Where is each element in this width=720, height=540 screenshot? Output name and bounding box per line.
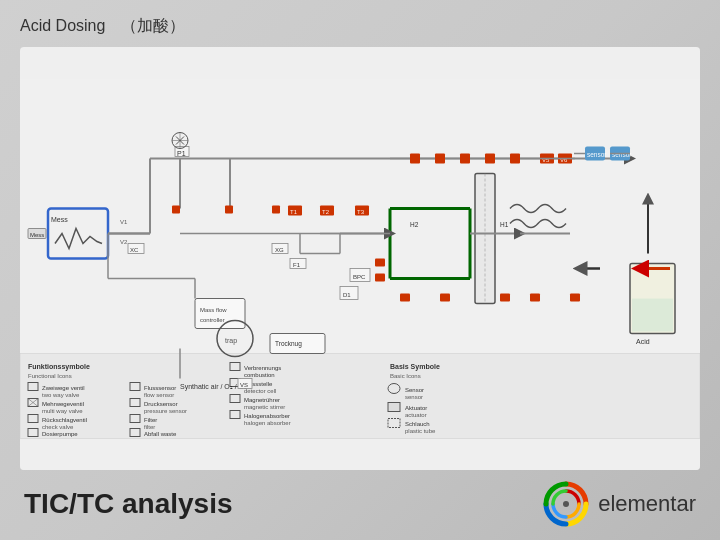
page-container: Acid Dosing （加酸）	[0, 0, 720, 540]
svg-text:Halogenabsorber: Halogenabsorber	[244, 413, 290, 419]
svg-text:Dosierpumpe: Dosierpumpe	[42, 431, 78, 437]
svg-rect-110	[530, 294, 540, 302]
svg-text:Funktionssymbole: Funktionssymbole	[28, 363, 90, 371]
diagram-inner: Funktionssymbole Functional Icons Zweiwe…	[20, 47, 700, 470]
svg-text:V5: V5	[542, 157, 550, 163]
svg-text:Basis Symbole: Basis Symbole	[390, 363, 440, 371]
svg-rect-109	[500, 294, 510, 302]
svg-text:T1: T1	[290, 209, 298, 215]
svg-text:filter: filter	[144, 424, 155, 430]
svg-text:Aktuator: Aktuator	[405, 405, 427, 411]
svg-rect-92	[195, 299, 245, 329]
svg-rect-122	[485, 154, 495, 164]
svg-text:Mess: Mess	[51, 216, 68, 223]
svg-text:check valve: check valve	[42, 424, 74, 430]
svg-text:VS: VS	[240, 382, 248, 388]
svg-text:Filter: Filter	[144, 417, 157, 423]
svg-text:T3: T3	[357, 209, 365, 215]
svg-text:Magnetrührer: Magnetrührer	[244, 397, 280, 403]
svg-text:Mass flow: Mass flow	[200, 307, 227, 313]
svg-text:BPC: BPC	[353, 274, 366, 280]
svg-text:sensor: sensor	[405, 394, 423, 400]
svg-rect-65	[172, 206, 180, 214]
svg-text:trap: trap	[225, 337, 237, 345]
svg-text:pressure sensor: pressure sensor	[144, 408, 187, 414]
svg-text:P1: P1	[177, 150, 186, 157]
svg-text:V2: V2	[120, 239, 128, 245]
diagram-container: Funktionssymbole Functional Icons Zweiwe…	[20, 47, 700, 470]
svg-text:V6: V6	[560, 157, 568, 163]
svg-rect-123	[510, 154, 520, 164]
svg-rect-107	[400, 294, 410, 302]
svg-text:V1: V1	[120, 219, 128, 225]
svg-text:H1: H1	[500, 221, 509, 228]
svg-text:D1: D1	[343, 292, 351, 298]
footer-bar: TIC/TC analysis elementar	[20, 480, 700, 528]
svg-rect-66	[225, 206, 233, 214]
svg-text:T2: T2	[322, 209, 330, 215]
svg-text:combustion: combustion	[244, 372, 275, 378]
title-bar: Acid Dosing （加酸）	[20, 16, 700, 37]
svg-rect-1	[20, 354, 700, 439]
svg-rect-111	[570, 294, 580, 302]
svg-rect-119	[410, 154, 420, 164]
svg-text:Trocknug: Trocknug	[275, 340, 302, 348]
svg-text:Flusssensor: Flusssensor	[144, 385, 176, 391]
svg-text:actuator: actuator	[405, 412, 427, 418]
svg-rect-45	[388, 403, 400, 412]
svg-text:Mehrwegeventil: Mehrwegeventil	[42, 401, 84, 407]
svg-text:XC: XC	[130, 247, 139, 253]
logo-container: elementar	[542, 480, 696, 528]
svg-text:sensor: sensor	[587, 151, 607, 158]
svg-text:H2: H2	[410, 221, 419, 228]
svg-text:magnetic stirrer: magnetic stirrer	[244, 404, 285, 410]
svg-text:controller: controller	[200, 317, 225, 323]
svg-text:Drucksensor: Drucksensor	[144, 401, 178, 407]
svg-text:Mess: Mess	[30, 232, 44, 238]
svg-text:Rückschlagventil: Rückschlagventil	[42, 417, 87, 423]
svg-text:F1: F1	[293, 262, 301, 268]
svg-text:Acid: Acid	[636, 338, 650, 345]
page-title: Acid Dosing （加酸）	[20, 16, 185, 37]
svg-rect-105	[375, 259, 385, 267]
svg-rect-108	[440, 294, 450, 302]
svg-text:plastic tube: plastic tube	[405, 428, 436, 434]
svg-rect-67	[272, 206, 280, 214]
svg-text:XG: XG	[275, 247, 284, 253]
svg-text:Synthatic air / O₂ / O₃: Synthatic air / O₂ / O₃	[180, 383, 247, 391]
process-diagram: Funktionssymbole Functional Icons Zweiwe…	[20, 47, 700, 470]
elementar-logo-icon	[542, 480, 590, 528]
svg-text:multi way valve: multi way valve	[42, 408, 83, 414]
svg-text:Zweiwege ventil: Zweiwege ventil	[42, 385, 85, 391]
svg-text:Functional Icons: Functional Icons	[28, 373, 72, 379]
svg-text:flow sensor: flow sensor	[144, 392, 174, 398]
svg-text:Schlauch: Schlauch	[405, 421, 430, 427]
svg-text:Sensor: Sensor	[405, 387, 424, 393]
svg-rect-106	[375, 274, 385, 282]
analysis-title: TIC/TC analysis	[24, 488, 233, 520]
svg-text:halogen absorber: halogen absorber	[244, 420, 291, 426]
svg-text:Abfall waste: Abfall waste	[144, 431, 177, 437]
svg-text:two way valve: two way valve	[42, 392, 80, 398]
svg-text:Verbrennungs: Verbrennungs	[244, 365, 281, 371]
svg-text:Basic Icons: Basic Icons	[390, 373, 421, 379]
svg-rect-78	[632, 299, 673, 332]
svg-rect-121	[460, 154, 470, 164]
svg-rect-120	[435, 154, 445, 164]
svg-point-150	[563, 501, 569, 507]
logo-text: elementar	[598, 491, 696, 517]
